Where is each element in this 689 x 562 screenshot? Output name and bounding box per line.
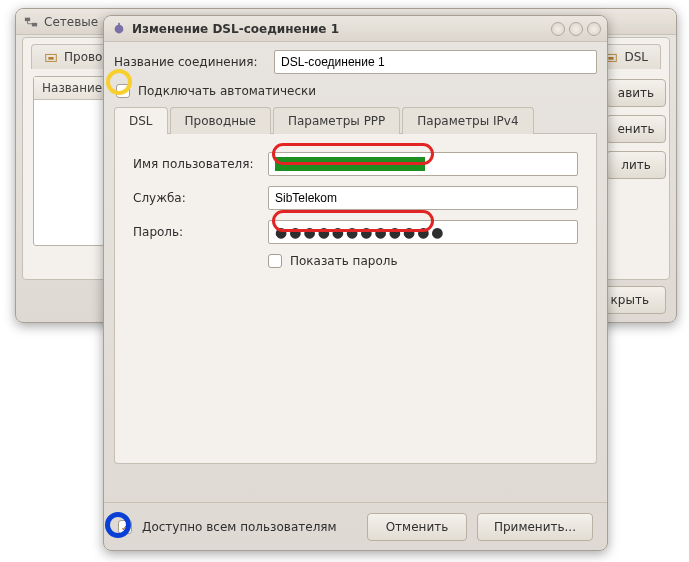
svg-rect-7 [118, 22, 120, 25]
dialog-title: Изменение DSL-соединение 1 [132, 22, 551, 36]
service-label: Служба: [133, 191, 258, 205]
svg-rect-3 [48, 57, 53, 60]
connection-name-input[interactable] [274, 50, 597, 74]
apply-button[interactable]: Применить... [477, 513, 593, 541]
list-header-name: Название [34, 77, 104, 100]
window-close-button[interactable] [587, 22, 601, 36]
password-label: Пароль: [133, 225, 258, 239]
dialog-titlebar: Изменение DSL-соединение 1 [104, 16, 607, 42]
show-password-checkbox[interactable] [268, 254, 282, 268]
window-minimize-button[interactable] [551, 22, 565, 36]
username-input[interactable] [268, 152, 578, 176]
connection-name-label: Название соединения: [114, 55, 264, 69]
edit-button[interactable]: енить [606, 115, 666, 143]
svg-rect-0 [25, 17, 30, 21]
username-redacted [275, 157, 425, 171]
show-password-label: Показать пароль [290, 254, 397, 268]
service-input[interactable] [268, 186, 578, 210]
tab-ipv4[interactable]: Параметры IPv4 [402, 107, 533, 134]
auto-connect-label: Подключать автоматически [138, 84, 316, 98]
edit-dsl-dialog: Изменение DSL-соединение 1 Название соед… [103, 15, 608, 551]
tab-ppp[interactable]: Параметры PPP [273, 107, 400, 134]
ethernet-icon [44, 50, 58, 64]
delete-button[interactable]: лить [606, 151, 666, 179]
svg-rect-5 [609, 57, 614, 60]
dialog-tabs: DSL Проводные Параметры PPP Параметры IP… [114, 106, 597, 134]
window-maximize-button[interactable] [569, 22, 583, 36]
preferences-icon [112, 22, 126, 36]
tab-wired[interactable]: Проводные [170, 107, 271, 134]
dialog-footer: ✓ Доступно всем пользователям Отменить П… [104, 502, 607, 551]
tab-dsl[interactable]: DSL [114, 107, 168, 134]
cancel-button[interactable]: Отменить [367, 513, 467, 541]
svg-point-6 [115, 24, 124, 33]
dsl-tab-pane: Имя пользователя: Служба: Пароль: ●●●●●●… [114, 134, 597, 464]
auto-connect-checkbox[interactable] [116, 84, 130, 98]
all-users-checkbox[interactable]: ✓ [118, 520, 132, 534]
username-label: Имя пользователя: [133, 157, 258, 171]
network-icon [24, 15, 38, 29]
add-button[interactable]: авить [606, 79, 666, 107]
all-users-label: Доступно всем пользователям [142, 520, 337, 534]
connections-list[interactable]: Название [33, 76, 105, 246]
password-input[interactable]: ●●●●●●●●●●●● [268, 220, 578, 244]
